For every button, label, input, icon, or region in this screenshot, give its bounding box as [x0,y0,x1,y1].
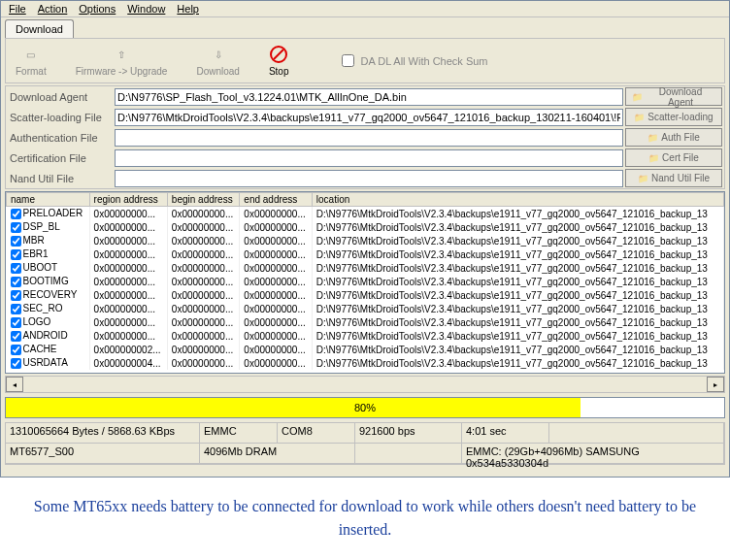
row-checkbox[interactable] [11,249,21,260]
auth-input[interactable] [115,129,623,147]
h-scrollbar[interactable]: ◂ ▸ [5,376,725,393]
status-emmc: EMMC: (29Gb+4096Mb) SAMSUNG 0x534a533030… [462,444,724,464]
row-nand: Nand Util File Nand Util File [6,168,724,188]
row-download-agent: Download Agent Download Agent [6,86,724,107]
row-checkbox[interactable] [11,236,21,247]
table-row[interactable]: ANDROID0x00000000...0x00000000...0x00000… [7,329,724,343]
format-label: Format [16,66,47,77]
column-header[interactable]: region address [89,193,167,207]
menu-window[interactable]: Window [127,3,165,15]
firmware-label: Firmware -> Upgrade [76,66,168,77]
tab-row: Download [1,17,729,38]
cert-label: Certification File [6,152,115,164]
nand-label: Nand Util File [6,173,115,184]
column-header[interactable]: begin address [167,193,240,207]
app-window: File Action Options Window Help Download… [0,0,730,478]
upgrade-icon: ⇧ [112,45,131,64]
table-row[interactable]: BOOTIMG0x00000000...0x00000000...0x00000… [7,275,724,288]
download-icon: ⇩ [209,45,228,64]
status-grid: 1310065664 Bytes / 5868.63 KBps EMMC COM… [5,422,725,465]
stop-icon [269,45,288,64]
partition-list[interactable]: nameregion addressbegin addressend addre… [5,191,725,374]
download-button[interactable]: ⇩ Download [196,45,239,77]
progress-text: 80% [354,402,376,413]
row-checkbox[interactable] [11,222,21,233]
table-row[interactable]: DSP_BL0x00000000...0x00000000...0x000000… [7,220,724,234]
row-checkbox[interactable] [11,345,21,355]
table-row[interactable]: SEC_RO0x00000000...0x00000000...0x000000… [7,302,724,315]
format-icon: ▭ [21,45,41,64]
row-checkbox[interactable] [11,290,21,301]
checksum-input[interactable] [342,54,354,67]
scatter-input[interactable] [115,109,623,126]
row-checkbox[interactable] [11,304,21,314]
status-baud: 921600 bps [355,423,462,444]
table-row[interactable]: UBOOT0x00000000...0x00000000...0x0000000… [7,261,724,275]
auth-browse-button[interactable]: Auth File [625,128,722,147]
status-ram: 4096Mb DRAM [200,444,355,464]
status-storage: EMMC [200,423,278,444]
table-row[interactable]: USRDATA0x000000004...0x00000000...0x0000… [7,356,724,370]
toolbar: ▭ Format ⇧ Firmware -> Upgrade ⇩ Downloa… [5,38,725,83]
scatter-browse-button[interactable]: Scatter-loading [625,108,722,126]
row-cert: Certification File Cert File [6,148,724,168]
status-chip: MT6577_S00 [6,444,200,464]
caption-text: Some MT65xx needs battery to be connecte… [0,478,730,545]
status-time: 4:01 sec [462,423,549,444]
checksum-checkbox[interactable]: DA DL All With Check Sum [338,51,488,70]
tab-download[interactable]: Download [5,19,74,38]
row-scatter: Scatter-loading File Scatter-loading [6,107,724,127]
da-browse-button[interactable]: Download Agent [625,87,722,106]
column-header[interactable]: end address [240,193,313,207]
table-row[interactable]: CACHE0x000000002...0x00000000...0x000000… [7,343,724,356]
menu-action[interactable]: Action [38,3,68,15]
stop-label: Stop [269,66,289,77]
scroll-left-icon[interactable]: ◂ [6,377,23,392]
menu-file[interactable]: File [9,3,26,15]
table-row[interactable]: EBR10x00000000...0x00000000...0x00000000… [7,247,724,261]
cert-input[interactable] [115,149,623,167]
row-checkbox[interactable] [11,358,21,369]
table-row[interactable]: LOGO0x00000000...0x00000000...0x00000000… [7,315,724,329]
column-header[interactable]: name [7,193,90,207]
partition-table: nameregion addressbegin addressend addre… [6,192,724,370]
progress-fill [6,398,581,417]
status-empty [549,423,724,444]
format-button[interactable]: ▭ Format [16,45,47,77]
table-row[interactable]: MBR0x00000000...0x00000000...0x00000000.… [7,234,724,247]
file-block: Download Agent Download Agent Scatter-lo… [5,85,725,189]
svg-line-1 [274,49,283,59]
row-checkbox[interactable] [11,317,21,328]
auth-label: Authentication File [6,132,115,144]
da-label: Download Agent [6,91,115,103]
row-checkbox[interactable] [11,263,21,274]
scatter-label: Scatter-loading File [6,112,115,123]
stop-button[interactable]: Stop [269,45,289,77]
status-bytes: 1310065664 Bytes / 5868.63 KBps [6,423,200,444]
menubar: File Action Options Window Help [1,1,729,17]
nand-browse-button[interactable]: Nand Util File [625,169,722,187]
table-row[interactable]: RECOVERY0x00000000...0x00000000...0x0000… [7,288,724,302]
nand-input[interactable] [115,170,623,187]
table-row[interactable]: PRELOADER0x00000000...0x00000000...0x000… [7,207,724,221]
menu-options[interactable]: Options [79,3,116,15]
status-empty2 [355,444,462,464]
menu-help[interactable]: Help [177,3,199,15]
column-header[interactable]: location [312,193,723,207]
row-checkbox[interactable] [11,209,21,219]
status-port: COM8 [278,423,355,444]
row-checkbox[interactable] [11,277,21,287]
download-label: Download [196,66,239,77]
row-auth: Authentication File Auth File [6,127,724,148]
scroll-right-icon[interactable]: ▸ [707,377,724,392]
firmware-upgrade-button[interactable]: ⇧ Firmware -> Upgrade [76,45,168,77]
cert-browse-button[interactable]: Cert File [625,148,722,167]
checksum-label: DA DL All With Check Sum [361,55,488,67]
da-input[interactable] [115,88,623,106]
progress-bar: 80% [5,397,725,418]
row-checkbox[interactable] [11,331,21,342]
